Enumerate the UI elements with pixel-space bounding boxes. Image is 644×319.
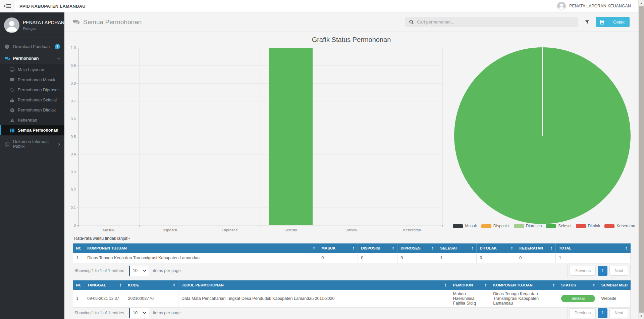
gridline: [321, 48, 321, 225]
column-header-label: MASUK: [321, 246, 335, 250]
previous-page-button[interactable]: Previous: [570, 266, 596, 276]
cell-diproses: 0: [397, 253, 437, 263]
main-content: Semua Permohonan Cetak Grafik Status Per…: [64, 12, 638, 319]
column-header-label: KEBERATAN: [519, 246, 543, 250]
items-per-page-select[interactable]: 10: [130, 266, 149, 276]
column-header-komponen-tujuan[interactable]: KOMPONEN TUJUAN: [490, 280, 558, 290]
legend-item-selesai: Selesai: [546, 224, 571, 228]
next-page-button[interactable]: Next: [609, 308, 628, 318]
copy-icon: [4, 142, 10, 146]
column-header-disposisi[interactable]: DISPOSISI: [358, 243, 397, 253]
sidebar-item-permohonan-masuk[interactable]: Permohonan Masuk: [0, 75, 64, 85]
cell-sumber-media: Website: [598, 290, 630, 308]
items-per-page-select[interactable]: 10: [130, 308, 149, 318]
cell-pemohon: Mabda Haerunnisa Fajrilla Sidiq: [450, 290, 490, 308]
table-row: 1 Dinas Tenaga Kerja dan Transmigrasi Ka…: [73, 253, 631, 263]
gridline: [261, 48, 261, 225]
column-header-label: NO: [76, 283, 81, 287]
scrollbar-thumb[interactable]: [639, 6, 644, 313]
print-button[interactable]: Cetak: [596, 17, 630, 27]
topbar: PPID KABUPATEN LAMANDAU PENATA LAPORAN K…: [0, 0, 638, 12]
cell-masuk: 0: [318, 253, 358, 263]
sidebar-item-permohonan-diproses[interactable]: Permohonan Diproses: [0, 85, 64, 95]
x-axis-tick-mark: [321, 225, 321, 227]
scroll-down-icon[interactable]: ▼: [639, 313, 644, 319]
vertical-scrollbar[interactable]: ▲ ▼: [638, 0, 644, 319]
column-header-tanggal[interactable]: TANGGAL: [84, 280, 125, 290]
legend-swatch: [453, 224, 463, 228]
profile-avatar-icon: [4, 17, 19, 33]
search-input[interactable]: [417, 19, 574, 25]
x-axis-tick-mark: [261, 225, 261, 227]
cell-no: 1: [73, 253, 84, 263]
column-header-label: SELESAI: [440, 246, 457, 250]
column-header-no[interactable]: NO: [73, 243, 84, 253]
spinner-icon: [9, 88, 15, 92]
sidebar-item-meja-layanan[interactable]: Meja Layanan: [0, 65, 64, 75]
table-row: 1 09-06-2021 12:37 20210003770 Data Mata…: [73, 290, 631, 308]
filter-icon[interactable]: [584, 19, 591, 26]
column-header-keberatan[interactable]: KEBERATAN: [516, 243, 556, 253]
next-page-button[interactable]: Next: [609, 266, 628, 276]
y-axis-tick-label: 0: [64, 223, 76, 227]
warning-icon: [9, 118, 15, 123]
x-axis-tick-mark: [139, 225, 140, 227]
column-header-no[interactable]: NO: [73, 280, 84, 290]
pager: Previous 1 Next: [567, 306, 631, 319]
column-header-total[interactable]: TOTAL: [556, 243, 631, 253]
legend-label: Masuk: [465, 224, 477, 228]
column-header-kode[interactable]: KODE: [125, 280, 178, 290]
sort-icon: [471, 246, 473, 250]
column-header-status[interactable]: STATUS: [558, 280, 598, 290]
bar-chart-x-axis-labels: MasukDisposisiDiprosesSelesaiDitolakKebe…: [78, 228, 442, 232]
thumbs-up-icon: [9, 98, 15, 102]
chart-title: Grafik Status Permohonan: [64, 36, 638, 44]
column-header-selesai[interactable]: SELESAI: [437, 243, 477, 253]
search-icon: [409, 20, 414, 24]
topbar-user-name: PENATA LAPORAN KEUANGAN: [569, 4, 631, 8]
comments-icon: [4, 56, 10, 61]
pagination-bar: Showing 1 to 1 of 1 entries 10 items per…: [73, 306, 631, 319]
column-header-diproses[interactable]: DIPROSES: [397, 243, 437, 253]
sidebar-item-dokumen-informasi-publik[interactable]: Dokumen Informasi Publik: [0, 136, 64, 152]
page-number-button[interactable]: 1: [598, 266, 607, 276]
column-header-komponen-tujuan[interactable]: KOMPONEN TUJUAN: [84, 243, 318, 253]
column-header-masuk[interactable]: MASUK: [318, 243, 358, 253]
sidebar-item-semua-permohonan[interactable]: Semua Permohonan: [0, 125, 64, 135]
page-number-button[interactable]: 1: [598, 308, 607, 318]
x-axis-tick-label: Ditolak: [321, 228, 382, 232]
column-header-label: TOTAL: [559, 246, 571, 250]
sort-icon: [550, 246, 552, 250]
sidebar-item-download-panduan[interactable]: Download Panduan !: [0, 41, 64, 53]
sidebar-toggle-button[interactable]: [0, 0, 15, 12]
cell-keberatan: 0: [516, 253, 556, 263]
gridline: [78, 48, 79, 225]
x-axis-tick-mark: [442, 225, 443, 227]
scroll-up-icon[interactable]: ▲: [639, 0, 644, 6]
column-header-judul-permohonan[interactable]: JUDUL PERMOHONAN: [178, 280, 450, 290]
gridline: [442, 48, 443, 225]
legend-item-keberatan: Keberatan: [604, 224, 635, 228]
caret-left-icon: [4, 5, 5, 7]
column-header-label: DITOLAK: [480, 246, 497, 250]
chevron-down-icon: [57, 57, 60, 59]
column-header-ditolak[interactable]: DITOLAK: [477, 243, 516, 253]
sidebar-item-permohonan-selesai[interactable]: Permohonan Selesai: [0, 95, 64, 105]
topbar-user-menu[interactable]: PENATA LAPORAN KEUANGAN: [551, 0, 638, 12]
column-header-pemohon[interactable]: PEMOHON: [450, 280, 490, 290]
previous-page-button[interactable]: Previous: [570, 308, 596, 318]
desktop-icon: [9, 67, 15, 72]
sort-icon: [511, 246, 513, 250]
pie-chart-legend: MasukDisposisiDiprosesSelesaiDitolakKebe…: [457, 224, 631, 228]
column-header-sumber-media[interactable]: SUMBER MEDIA: [598, 280, 630, 290]
y-axis-tick-label: 0.6: [64, 117, 76, 121]
column-header-label: DISPOSISI: [361, 246, 380, 250]
sidebar-profile: PENATA LAPORAN... Petugas: [0, 12, 64, 38]
sidebar-item-keberatan[interactable]: Keberatan: [0, 115, 64, 125]
sort-icon: [392, 246, 394, 250]
chevron-right-icon: [58, 143, 60, 146]
sidebar-item-permohonan-ditolak[interactable]: Permohonan Ditolak: [0, 105, 64, 115]
column-header-label: KODE: [128, 283, 139, 287]
sort-icon: [485, 283, 487, 287]
sidebar-item-permohonan[interactable]: Permohonan: [0, 53, 64, 64]
